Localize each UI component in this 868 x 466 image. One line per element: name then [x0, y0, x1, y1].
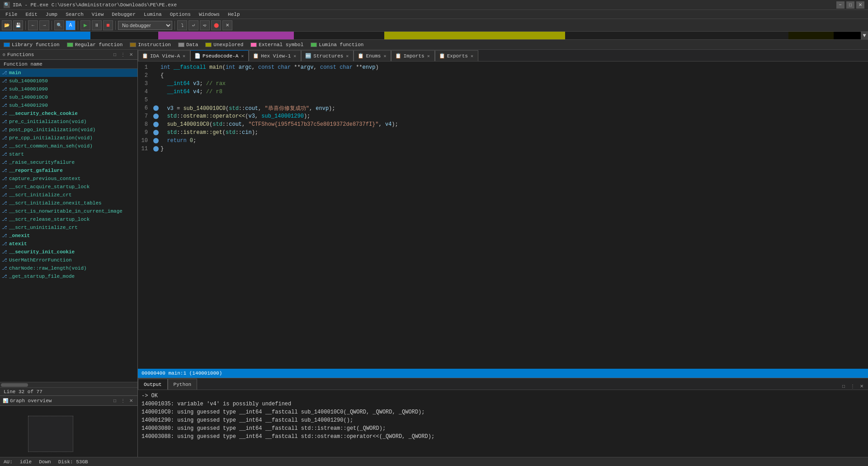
function-item-15[interactable]: ⎇ __scrt_initialize_onexit_tables [0, 199, 137, 207]
function-item-9[interactable]: ⎇ start [0, 150, 137, 158]
tab-enums[interactable]: 📋 Enums ✕ [354, 50, 391, 61]
menu-edit[interactable]: Edit [22, 11, 41, 18]
tab-ida-view-a[interactable]: 📋 IDA View-A ✕ [138, 50, 190, 61]
legend-regular-color [67, 43, 73, 47]
function-item-8[interactable]: ⎇ __scrt_common_main_seh(void) [0, 142, 137, 150]
function-item-main[interactable]: ⎇ main [0, 69, 137, 77]
graph-undock[interactable]: □ [111, 397, 118, 404]
menu-options[interactable]: Options [166, 11, 194, 18]
close-button[interactable]: ✕ [856, 1, 864, 9]
func-icon-16: ⎇ [2, 209, 7, 214]
code-editor[interactable]: 1 int __fastcall main(int argc, const ch… [138, 62, 868, 369]
function-item-21[interactable]: ⎇ __security_init_cookie [0, 248, 137, 256]
functions-close[interactable]: ✕ [127, 51, 135, 58]
tab-structures-close[interactable]: ✕ [345, 53, 349, 59]
toolbar-step-over[interactable]: ⤾ [189, 20, 198, 30]
tab-hex-view-1[interactable]: 📋 Hex View-1 ✕ [249, 50, 301, 61]
menu-search[interactable]: Search [62, 11, 87, 18]
functions-list[interactable]: ⎇ main ⎇ sub_140001050 ⎇ sub_140001090 ⎇… [0, 69, 137, 382]
output-close[interactable]: ✕ [858, 382, 865, 390]
functions-settings[interactable]: ⋮ [119, 51, 127, 58]
output-settings[interactable]: ⋮ [849, 382, 856, 390]
function-item-16[interactable]: ⎇ __scrt_is_nonwritable_in_current_image [0, 207, 137, 215]
function-item-18[interactable]: ⎇ __scrt_uninitialize_crt [0, 223, 137, 232]
tab-imports[interactable]: 📋 Imports ✕ [391, 50, 434, 61]
tab-exports-close[interactable]: ✕ [470, 53, 474, 59]
output-undock[interactable]: □ [840, 382, 847, 390]
function-item-7[interactable]: ⎇ pre_cpp_initialization(void) [0, 134, 137, 142]
toolbar-search[interactable]: 🔍 [54, 20, 64, 30]
func-icon-9: ⎇ [2, 152, 7, 157]
menu-lumina[interactable]: Lumina [140, 11, 165, 18]
function-item-1[interactable]: ⎇ sub_140001090 [0, 85, 137, 93]
functions-scroll-h[interactable] [0, 382, 137, 387]
hscroll-thumb[interactable] [1, 383, 28, 387]
menu-help[interactable]: Help [224, 11, 243, 18]
tab-exports[interactable]: 📋 Exports ✕ [435, 50, 478, 61]
maximize-button[interactable]: □ [846, 1, 854, 9]
function-item-10[interactable]: ⎇ _raise_securityfailure [0, 158, 137, 166]
legend-instruction-label: Instruction [138, 42, 171, 48]
output-tab-output[interactable]: Output [138, 379, 168, 390]
tab-pseudocode-a[interactable]: 📄 Pseudocode-A ✕ [190, 50, 249, 61]
app-icon: 🔍 [4, 2, 10, 8]
minimize-button[interactable]: − [836, 1, 844, 9]
function-item-11[interactable]: ⎇ __report_gsfailure [0, 166, 137, 175]
function-item-14[interactable]: ⎇ __scrt_initialize_crt [0, 191, 137, 199]
menu-jump[interactable]: Jump [42, 11, 61, 18]
toolbar-open[interactable]: 📂 [2, 20, 12, 30]
function-item-0[interactable]: ⎇ sub_140001050 [0, 77, 137, 85]
functions-undock[interactable]: □ [111, 51, 118, 58]
tab-hex-view-close[interactable]: ✕ [292, 53, 297, 59]
nav-segment-7 [788, 32, 834, 39]
toolbar-clear-bp[interactable]: ✕ [222, 20, 232, 30]
output-content[interactable]: -> OK 140001035: variable 'v4' is possib… [138, 390, 868, 457]
toolbar-step-into[interactable]: ⤵ [177, 20, 187, 30]
toolbar-run[interactable]: ▶ [80, 20, 90, 30]
menu-bar: File Edit Jump Search View Debugger Lumi… [0, 10, 868, 19]
tab-pseudocode-close[interactable]: ✕ [240, 53, 245, 59]
legend-external: External symbol [250, 42, 303, 48]
function-item-13[interactable]: ⎇ __scrt_acquire_startup_lock [0, 183, 137, 191]
graph-settings[interactable]: ⋮ [119, 397, 127, 404]
tab-ida-view-a-close[interactable]: ✕ [182, 53, 186, 59]
tab-imports-close[interactable]: ✕ [426, 53, 431, 59]
toolbar-sep-3 [78, 21, 78, 30]
debugger-dropdown[interactable]: No debugger [118, 21, 172, 30]
function-item-4[interactable]: ⎇ __security_check_cookie [0, 109, 137, 118]
output-tab-python[interactable]: Python [168, 379, 198, 390]
graph-close[interactable]: ✕ [127, 397, 135, 404]
function-item-24[interactable]: ⎇ _get_startup_file_mode [0, 272, 137, 281]
nav-segment-2 [90, 32, 158, 39]
functions-icon: ⚙ [3, 52, 5, 57]
menu-windows[interactable]: Windows [195, 11, 223, 18]
function-item-23[interactable]: ⎇ charNode::raw_length(void) [0, 264, 137, 272]
func-name-15: __scrt_initialize_onexit_tables [9, 200, 102, 206]
toolbar-step-out[interactable]: ⤽ [200, 20, 210, 30]
toolbar-back[interactable]: ← [28, 20, 38, 30]
function-item-22[interactable]: ⎇ UserMathErrorFunction [0, 256, 137, 264]
toolbar-forward[interactable]: → [39, 20, 49, 30]
tab-enums-close[interactable]: ✕ [382, 53, 387, 59]
function-item-6[interactable]: ⎇ post_pgo_initialization(void) [0, 126, 137, 134]
toolbar-color[interactable]: A [66, 20, 75, 30]
menu-debugger[interactable]: Debugger [108, 11, 139, 18]
function-item-3[interactable]: ⎇ sub_140001290 [0, 101, 137, 109]
function-item-17[interactable]: ⎇ __scrt_release_startup_lock [0, 215, 137, 223]
function-item-2[interactable]: ⎇ sub_1400010C0 [0, 93, 137, 101]
function-item-5[interactable]: ⎇ pre_c_initialization(void) [0, 118, 137, 126]
code-content-1: int __fastcall main(int argc, const char… [160, 64, 379, 71]
tab-structures[interactable]: 🔤 Structures ✕ [301, 50, 354, 61]
function-item-19[interactable]: ⎇ _onexit [0, 232, 137, 240]
toolbar-pause[interactable]: ⏸ [92, 20, 102, 30]
toolbar-stop[interactable]: ⏹ [103, 20, 113, 30]
func-name-22: UserMathErrorFunction [9, 257, 72, 263]
line-num-11: 11 [140, 146, 153, 152]
menu-file[interactable]: File [2, 11, 21, 18]
legend-unexplored-color [205, 43, 212, 47]
function-item-20[interactable]: ⎇ atexit [0, 240, 137, 248]
toolbar-save[interactable]: 💾 [13, 20, 23, 30]
function-item-12[interactable]: ⎇ capture_previous_context [0, 175, 137, 183]
menu-view[interactable]: View [88, 11, 107, 18]
toolbar-breakpoint[interactable]: ⬤ [211, 20, 221, 30]
